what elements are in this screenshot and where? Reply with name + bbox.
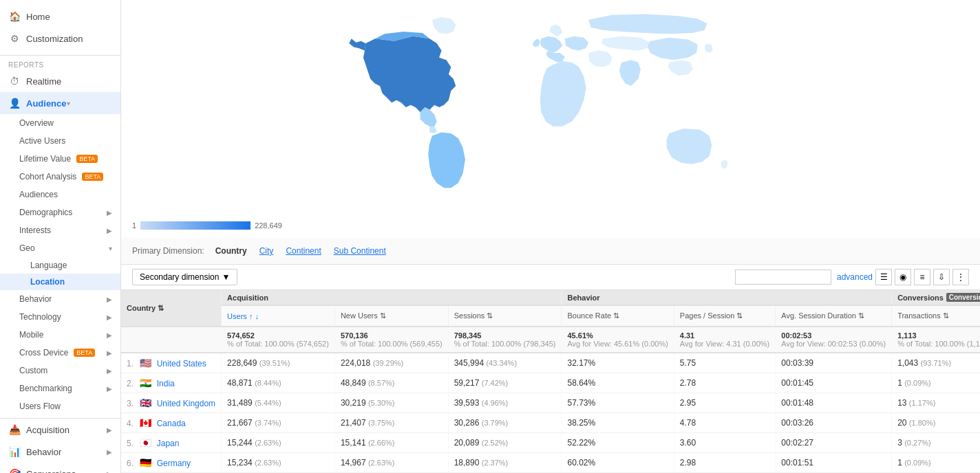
trans-pct-0: (93.71%) xyxy=(921,359,952,367)
col-header-country[interactable]: Country ⇅ xyxy=(121,290,222,327)
sidebar-item-active-users[interactable]: Active Users xyxy=(0,132,120,150)
users-pct-0: (39.51%) xyxy=(259,359,290,367)
cell-pages-5: 2.98 xyxy=(674,453,775,473)
sessions-pct-4: (2.52%) xyxy=(482,439,509,447)
cell-sessions-4: 20,089 (2.52%) xyxy=(448,433,562,453)
cell-new-users-2: 30,219 (5.30%) xyxy=(334,393,448,413)
sidebar-item-acquisition[interactable]: 📥 Acquisition ▶ xyxy=(0,419,120,441)
sidebar-item-audiences[interactable]: Audiences xyxy=(0,186,120,204)
cell-country-4: 5. 🇯🇵 Japan xyxy=(121,433,222,453)
col-header-avg-session[interactable]: Avg. Session Duration ⇅ xyxy=(776,305,892,327)
sidebar-item-conversions[interactable]: 🎯 Conversions ▶ xyxy=(0,463,120,473)
sidebar-item-lifetime-value[interactable]: Lifetime Value BETA xyxy=(0,150,120,168)
col-header-acquisition: Acquisition xyxy=(222,290,562,305)
users-sort-asc: ↑ xyxy=(249,312,253,320)
sidebar-item-language[interactable]: Language xyxy=(0,257,120,274)
col-header-bounce-rate[interactable]: Bounce Rate ⇅ xyxy=(562,305,674,327)
sessions-pct-5: (2.37%) xyxy=(482,459,509,467)
transactions-sort: ⇅ xyxy=(943,311,949,320)
row-num-2: 3. xyxy=(127,399,134,408)
cell-sessions-3: 30,286 (3.79%) xyxy=(448,413,562,433)
reports-label: REPORTS xyxy=(0,56,120,70)
col-header-sessions[interactable]: Sessions ⇅ xyxy=(448,305,562,327)
cell-users-5: 15,234 (2.63%) xyxy=(222,453,335,473)
mobile-arrow: ▶ xyxy=(107,331,112,339)
world-map-svg xyxy=(132,6,969,219)
table-view-data-btn[interactable]: ☰ xyxy=(875,269,892,285)
map-container: 1 228,649 xyxy=(121,0,980,238)
trans-pct-5: (0.09%) xyxy=(904,459,931,467)
users-val-3: 21,667 xyxy=(227,418,253,428)
table-row: 2. 🇮🇳 India 48,871 (8.44%) 48,849 (8.57%… xyxy=(121,373,980,393)
col-header-pages-session[interactable]: Pages / Session ⇅ xyxy=(674,305,775,327)
trans-pct-3: (1.80%) xyxy=(909,419,936,427)
cell-transactions-3: 20 (1.80%) xyxy=(892,413,980,433)
sidebar-item-technology[interactable]: Technology ▶ xyxy=(0,308,120,326)
home-icon: 🏠 xyxy=(8,10,21,23)
cell-new-users-1: 48,849 (8.57%) xyxy=(334,373,448,393)
sessions-val-0: 345,994 xyxy=(454,358,484,368)
country-link-4[interactable]: Japan xyxy=(157,439,180,448)
sidebar-item-benchmarking[interactable]: Benchmarking ▶ xyxy=(0,380,120,397)
sidebar-item-cross-device[interactable]: Cross Device BETA ▶ xyxy=(0,344,120,362)
cell-avg-session-1: 00:01:45 xyxy=(776,373,892,393)
cell-pages-1: 2.78 xyxy=(674,373,775,393)
flag-3: 🇨🇦 xyxy=(140,417,151,428)
cell-bounce-1: 58.64% xyxy=(562,373,674,393)
country-link-2[interactable]: United Kingdom xyxy=(157,399,215,408)
dimension-tab-continent[interactable]: Continent xyxy=(280,243,326,258)
advanced-link[interactable]: advanced xyxy=(837,272,873,282)
trans-val-0: 1,043 xyxy=(897,358,918,368)
lifetime-value-badge: BETA xyxy=(76,155,98,163)
dimension-label: Primary Dimension: xyxy=(132,246,204,256)
country-link-0[interactable]: United States xyxy=(157,359,206,368)
dimension-tab-country[interactable]: Country xyxy=(210,243,253,258)
sidebar-item-location[interactable]: Location xyxy=(0,274,120,290)
table-search-input[interactable] xyxy=(735,270,831,285)
sidebar-item-customization[interactable]: ⚙ Customization xyxy=(0,28,120,50)
table-view-export-btn[interactable]: ⇩ xyxy=(933,269,950,285)
cell-users-2: 31,489 (5.44%) xyxy=(222,393,335,413)
table-row: 5. 🇯🇵 Japan 15,244 (2.63%) 15,141 (2.66%… xyxy=(121,433,980,453)
dimension-tab-city[interactable]: City xyxy=(254,243,279,258)
dimension-tab-subcontinent[interactable]: Sub Continent xyxy=(328,243,392,258)
sidebar-item-realtime[interactable]: ⏱ Realtime xyxy=(0,70,120,92)
sidebar-item-home[interactable]: 🏠 Home xyxy=(0,6,120,28)
total-label xyxy=(121,327,222,353)
sidebar-item-behavior[interactable]: Behavior ▶ xyxy=(0,290,120,308)
behavior-expand: ▶ xyxy=(107,448,112,456)
cohort-analysis-badge: BETA xyxy=(82,173,103,181)
sessions-pct-2: (4.96%) xyxy=(482,399,509,407)
sidebar-item-users-flow[interactable]: Users Flow xyxy=(0,397,120,415)
col-header-transactions[interactable]: Transactions ⇅ xyxy=(892,305,980,327)
sidebar-item-mobile[interactable]: Mobile ▶ xyxy=(0,326,120,344)
sidebar-item-cohort-analysis[interactable]: Cohort Analysis BETA xyxy=(0,168,120,186)
table-controls: Secondary dimension ▼ advanced ☰ ◉ ≡ ⇩ ⋮ xyxy=(121,265,980,290)
country-link-1[interactable]: India xyxy=(157,379,175,388)
sidebar-item-demographics[interactable]: Demographics ▶ xyxy=(0,204,120,221)
table-view-bar-btn[interactable]: ≡ xyxy=(914,269,930,285)
sidebar-item-behavior-main[interactable]: 📊 Behavior ▶ xyxy=(0,441,120,463)
cell-transactions-1: 1 (0.09%) xyxy=(892,373,980,393)
new-users-pct-3: (3.75%) xyxy=(368,419,395,427)
secondary-dimension-button[interactable]: Secondary dimension ▼ xyxy=(132,269,237,285)
new-users-val-4: 15,141 xyxy=(341,438,366,448)
country-link-5[interactable]: Germany xyxy=(157,459,191,468)
benchmarking-arrow: ▶ xyxy=(107,385,112,393)
sidebar-item-overview[interactable]: Overview xyxy=(0,114,120,132)
cell-sessions-2: 39,593 (4.96%) xyxy=(448,393,562,413)
sidebar-item-custom[interactable]: Custom ▶ xyxy=(0,362,120,380)
sidebar-item-geo[interactable]: Geo ▾ xyxy=(0,239,120,257)
cell-new-users-0: 224,018 (39.29%) xyxy=(334,353,448,373)
users-sort-desc: ↓ xyxy=(255,312,259,320)
col-header-new-users[interactable]: New Users ⇅ xyxy=(334,305,448,327)
country-sort-icon: ⇅ xyxy=(158,304,164,312)
new-users-pct-4: (2.66%) xyxy=(368,439,395,447)
sidebar-item-interests[interactable]: Interests ▶ xyxy=(0,221,120,239)
table-view-pie-btn[interactable]: ◉ xyxy=(895,269,911,285)
table-view-more-btn[interactable]: ⋮ xyxy=(952,269,969,285)
trans-pct-2: (1.17%) xyxy=(909,399,936,407)
col-header-users[interactable]: Users ↑ ↓ xyxy=(222,305,335,327)
sidebar-item-audience[interactable]: 👤 Audience ▾ xyxy=(0,92,120,114)
country-link-3[interactable]: Canada xyxy=(157,419,186,428)
